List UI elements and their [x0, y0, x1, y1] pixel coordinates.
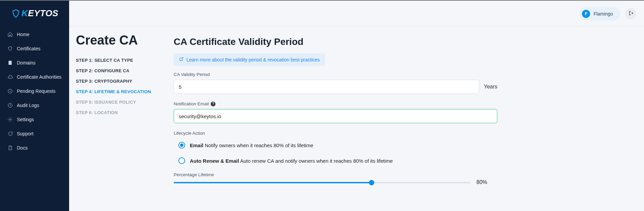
- wizard-step[interactable]: STEP 4: LIFETIME & REVOCATION: [76, 86, 174, 97]
- help-icon[interactable]: ?: [211, 102, 215, 106]
- gear-icon: [7, 117, 13, 122]
- logout-button[interactable]: [625, 8, 637, 20]
- slider-value: 80%: [476, 179, 487, 185]
- sidebar: KEYTOS Home Certificates Domains Certifi…: [0, 1, 69, 211]
- percentage-label: Percentage Lifetime: [174, 172, 497, 177]
- sidebar-item-label: Audit Logs: [17, 103, 39, 108]
- radio-option[interactable]: Auto Renew & Email Auto renew CA and not…: [178, 157, 497, 164]
- sidebar-item-label: Certificates: [17, 46, 40, 51]
- step-list: STEP 1: SELECT CA TYPESTEP 2: CONFIGURE …: [76, 55, 174, 118]
- wizard-step: STEP 5: ISSUANCE POLICY: [76, 97, 174, 107]
- logout-icon: [628, 10, 634, 17]
- section-title: CA Certificate Validity Period: [174, 36, 497, 47]
- shield-logo-icon: [11, 8, 21, 19]
- sidebar-item-certificates[interactable]: Certificates: [0, 43, 69, 54]
- shield-icon: [7, 46, 13, 51]
- svg-rect-2: [9, 62, 11, 63]
- radio-label: Auto Renew & Email Auto renew CA and not…: [190, 158, 393, 164]
- clock-check-icon: [7, 88, 13, 94]
- topbar: F Flamingo: [69, 1, 644, 26]
- notification-email-input[interactable]: [174, 109, 497, 123]
- slider-track: 80%: [174, 182, 470, 183]
- sidebar-item-support[interactable]: Support: [0, 128, 69, 139]
- clock-icon: [7, 103, 13, 108]
- radio-option[interactable]: Email Notify owners when it reaches 80% …: [178, 142, 497, 149]
- radio-button-icon: [178, 142, 185, 149]
- slider-fill: [174, 182, 372, 183]
- brand-logo: KEYTOS: [0, 3, 69, 26]
- radio-label: Email Notify owners when it reaches 80% …: [190, 142, 313, 148]
- lifecycle-label: Lifecycle Action: [174, 131, 497, 136]
- cloud-icon: [7, 74, 13, 80]
- radio-group: Email Notify owners when it reaches 80% …: [174, 138, 497, 166]
- sidebar-item-docs[interactable]: Docs: [0, 142, 69, 154]
- validity-unit: Years: [484, 84, 497, 90]
- slider-thumb[interactable]: [369, 180, 374, 185]
- home-icon: [7, 32, 13, 37]
- avatar: F: [582, 10, 590, 18]
- sidebar-item-audit-logs[interactable]: Audit Logs: [0, 100, 69, 111]
- page-title: Create CA: [76, 33, 174, 48]
- radio-button-icon: [178, 157, 185, 164]
- percentage-slider[interactable]: 80%: [174, 180, 497, 183]
- sidebar-item-label: Settings: [17, 117, 34, 122]
- sidebar-nav: Home Certificates Domains Certificate Au…: [0, 26, 69, 156]
- sidebar-item-pending-requests[interactable]: Pending Requests: [0, 85, 69, 97]
- file-icon: [7, 145, 13, 151]
- sidebar-item-home[interactable]: Home: [0, 29, 69, 40]
- svg-point-5: [9, 119, 11, 120]
- wizard-step: STEP 6: LOCATION: [76, 107, 174, 118]
- sidebar-item-cert-authorities[interactable]: Certificate Authorities: [0, 71, 69, 83]
- external-link-icon: [179, 57, 184, 62]
- document-icon: [7, 60, 13, 65]
- sidebar-item-label: Support: [17, 131, 33, 136]
- main-panel: F Flamingo Create CA STEP 1: SELECT CA T…: [69, 1, 644, 211]
- validity-label: CA Validity Period: [174, 72, 497, 77]
- wizard-step[interactable]: STEP 3: CRYPTOGRAPHY: [76, 76, 174, 86]
- notification-label: Notification Email ?: [174, 101, 497, 106]
- user-chip[interactable]: F Flamingo: [579, 7, 620, 21]
- sidebar-item-label: Certificate Authorities: [17, 74, 61, 80]
- learn-more-link[interactable]: Learn more about the validity period & r…: [174, 53, 325, 66]
- validity-input[interactable]: [174, 80, 479, 94]
- sidebar-item-settings[interactable]: Settings: [0, 114, 69, 125]
- sidebar-item-label: Domains: [17, 60, 35, 65]
- sidebar-item-label: Docs: [17, 145, 28, 151]
- chat-icon: [7, 131, 13, 136]
- wizard-step[interactable]: STEP 2: CONFIGURE CA: [76, 65, 174, 76]
- wizard-step[interactable]: STEP 1: SELECT CA TYPE: [76, 55, 174, 65]
- sidebar-item-label: Pending Requests: [17, 88, 55, 94]
- user-name: Flamingo: [593, 11, 613, 17]
- brand-text: KEYTOS: [22, 8, 58, 19]
- svg-rect-1: [9, 62, 11, 62]
- sidebar-item-domains[interactable]: Domains: [0, 57, 69, 69]
- sidebar-item-label: Home: [17, 32, 29, 37]
- learn-more-text: Learn more about the validity period & r…: [186, 57, 320, 62]
